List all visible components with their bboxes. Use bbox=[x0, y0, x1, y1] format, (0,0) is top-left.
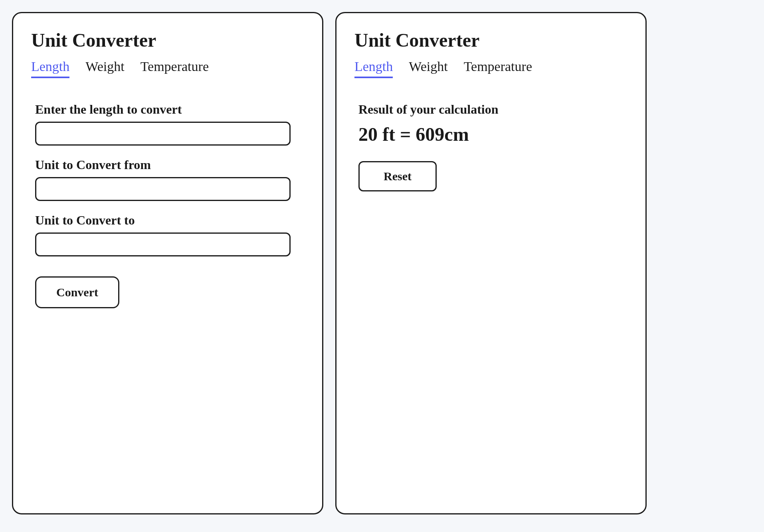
result-label: Result of your calculation bbox=[354, 102, 627, 117]
to-unit-input[interactable] bbox=[35, 233, 291, 256]
tab-length[interactable]: Length bbox=[31, 59, 69, 78]
app-title: Unit Converter bbox=[354, 29, 627, 51]
value-label: Enter the length to convert bbox=[35, 102, 304, 117]
converter-card-result: Unit Converter Length Weight Temperature… bbox=[335, 12, 647, 514]
tabs-nav: Length Weight Temperature bbox=[31, 59, 304, 78]
value-input[interactable] bbox=[35, 122, 291, 146]
to-label: Unit to Convert to bbox=[35, 213, 304, 228]
tabs-nav: Length Weight Temperature bbox=[354, 59, 627, 78]
convert-button[interactable]: Convert bbox=[35, 276, 119, 308]
tab-temperature[interactable]: Temperature bbox=[464, 59, 532, 78]
from-label: Unit to Convert from bbox=[35, 158, 304, 172]
tab-weight[interactable]: Weight bbox=[409, 59, 447, 78]
result-value: 20 ft = 609cm bbox=[354, 123, 627, 145]
tab-temperature[interactable]: Temperature bbox=[141, 59, 209, 78]
tab-weight[interactable]: Weight bbox=[85, 59, 124, 78]
tab-length[interactable]: Length bbox=[354, 59, 393, 78]
app-title: Unit Converter bbox=[31, 29, 304, 51]
form-group-to: Unit to Convert to bbox=[31, 213, 304, 256]
form-group-value: Enter the length to convert bbox=[31, 102, 304, 146]
converter-card-input: Unit Converter Length Weight Temperature… bbox=[12, 12, 323, 514]
form-group-from: Unit to Convert from bbox=[31, 158, 304, 201]
reset-button[interactable]: Reset bbox=[358, 161, 437, 191]
from-unit-input[interactable] bbox=[35, 177, 291, 201]
